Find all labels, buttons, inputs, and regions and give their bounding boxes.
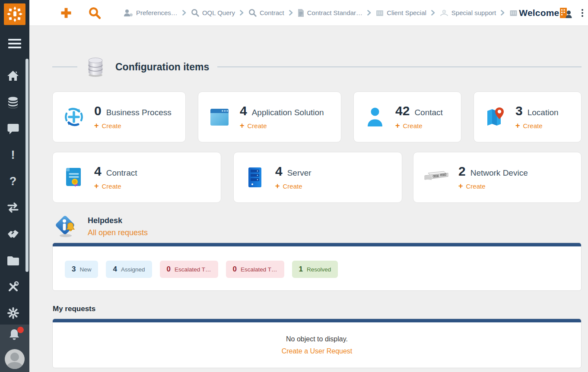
- more-options-button[interactable]: [580, 8, 585, 18]
- sidebar-item-alerts[interactable]: !: [0, 147, 26, 163]
- create-network-device-link[interactable]: +Create: [458, 182, 528, 190]
- card-count-link[interactable]: 4 Server: [275, 165, 311, 178]
- breadcrumb: Preferences… OQL Query Contract Contract…: [124, 8, 559, 18]
- create-location-link[interactable]: +Create: [515, 122, 559, 129]
- section-title: Configuration items: [115, 61, 209, 73]
- card-count: 2: [458, 165, 466, 178]
- card-count-link[interactable]: 2 Network Device: [458, 165, 528, 178]
- breadcrumb-label: OQL Query: [202, 9, 235, 16]
- page-title: Welcome: [519, 8, 559, 18]
- question-icon: ?: [10, 176, 17, 187]
- card-count-link[interactable]: 0 Business Process: [94, 104, 172, 117]
- card-location: 3 Location +Create: [474, 91, 582, 142]
- plus-icon: +: [395, 122, 400, 129]
- search-icon: [191, 9, 199, 17]
- badge-escalated-tto[interactable]: 0 Escalated T…: [160, 261, 218, 278]
- card-label: Network Device: [470, 168, 528, 178]
- decorative-line: [217, 66, 582, 67]
- user-avatar[interactable]: [5, 349, 25, 369]
- breadcrumb-item-preferences[interactable]: Preferences…: [124, 9, 178, 17]
- badge-count: 3: [72, 265, 76, 274]
- quick-create-button[interactable]: [60, 6, 73, 19]
- card-count: 4: [240, 104, 247, 117]
- exclamation-icon: !: [11, 149, 15, 161]
- organization-selector-button[interactable]: [559, 7, 572, 19]
- card-contract: 4 Contract +Create: [52, 152, 221, 203]
- card-count-link[interactable]: 4 Contract: [94, 165, 137, 178]
- breadcrumb-label: Contract: [260, 9, 284, 16]
- itop-logo-icon: [6, 6, 23, 22]
- sidebar-item-discussions[interactable]: [0, 121, 26, 136]
- card-count-link[interactable]: 4 Application Solution: [240, 104, 324, 117]
- create-label: Create: [102, 183, 121, 190]
- create-contact-link[interactable]: +Create: [395, 122, 443, 129]
- contact-icon: [366, 107, 384, 127]
- card-network-device: 2 Network Device +Create: [413, 152, 582, 203]
- breadcrumb-item-contract[interactable]: Contract: [248, 9, 284, 17]
- create-server-link[interactable]: +Create: [275, 182, 311, 190]
- itop-logo[interactable]: [4, 3, 25, 25]
- sidebar-item-settings[interactable]: [0, 305, 26, 321]
- my-requests-panel: No object to display. Create a User Requ…: [52, 318, 582, 368]
- create-application-solution-link[interactable]: +Create: [240, 122, 324, 129]
- breadcrumb-item-client-special[interactable]: Client Special: [376, 9, 426, 16]
- breadcrumb-label: Special support: [451, 9, 496, 16]
- avatar-head: [10, 353, 19, 361]
- panel-top-bar: [53, 243, 581, 246]
- sidebar-item-home[interactable]: [0, 68, 26, 84]
- sidebar-item-documents[interactable]: [0, 252, 26, 268]
- breadcrumb-label: Preferences…: [136, 9, 178, 16]
- sidebar-item-data[interactable]: [0, 95, 26, 110]
- create-business-process-link[interactable]: +Create: [94, 122, 172, 129]
- card-application-solution: 4 Application Solution +Create: [198, 91, 341, 142]
- card-contact: 42 Contact +Create: [353, 91, 461, 142]
- gear-icon: [7, 307, 19, 319]
- main-content: Configuration items 0 Business Process +…: [29, 26, 588, 372]
- decorative-line: [52, 66, 77, 67]
- card-label: Contract: [106, 168, 137, 178]
- card-count-link[interactable]: 42 Contact: [395, 104, 443, 117]
- notifications-button[interactable]: [7, 328, 23, 343]
- badge-escalated-ttr[interactable]: 0 Escalated T…: [226, 261, 284, 278]
- card-count-link[interactable]: 3 Location: [515, 104, 559, 117]
- badge-resolved[interactable]: 1 Resolved: [292, 261, 338, 278]
- panel-top-bar: [53, 319, 581, 322]
- sidebar-item-admin-tools[interactable]: [0, 279, 26, 294]
- breadcrumb-label: Client Special: [387, 9, 426, 16]
- breadcrumb-item-contract-standard[interactable]: Contract Standar…: [298, 9, 362, 17]
- sidebar-item-services[interactable]: [0, 226, 26, 242]
- card-business-process: 0 Business Process +Create: [52, 91, 186, 142]
- create-label: Create: [403, 122, 423, 129]
- database-silver-icon: [86, 57, 105, 77]
- plus-icon: [60, 6, 73, 19]
- sidebar-item-help[interactable]: ?: [0, 173, 26, 189]
- card-count: 4: [94, 165, 102, 178]
- plus-icon: +: [458, 182, 463, 190]
- sidebar-user-zone: [0, 325, 29, 372]
- header-right-actions: [559, 7, 585, 19]
- global-search-button[interactable]: [88, 6, 101, 19]
- badge-new[interactable]: 3 New: [65, 261, 98, 278]
- menu-toggle-button[interactable]: [8, 39, 21, 49]
- avatar-body: [7, 362, 22, 369]
- contract-icon: [64, 167, 83, 188]
- org-person-icon: [559, 7, 572, 19]
- sidebar-scrollbar[interactable]: [25, 59, 29, 272]
- badge-assigned[interactable]: 4 Assigned: [106, 261, 152, 278]
- badge-label: New: [79, 266, 91, 273]
- all-open-requests-link[interactable]: All open requests: [88, 228, 148, 237]
- breadcrumb-item-oql-query[interactable]: OQL Query: [191, 9, 235, 17]
- chevron-right-icon: [367, 10, 371, 16]
- helpdesk-status-badges: 3 New 4 Assigned 0 Escalated T… 0 Escala…: [65, 261, 581, 278]
- sidebar-item-transfers[interactable]: [0, 200, 26, 215]
- badge-count: 0: [167, 265, 171, 274]
- top-bar: Preferences… OQL Query Contract Contract…: [29, 0, 588, 26]
- card-label: Location: [528, 108, 559, 117]
- create-user-request-link[interactable]: Create a User Request: [53, 347, 581, 355]
- badge-count: 1: [299, 265, 303, 274]
- create-contract-link[interactable]: +Create: [94, 182, 137, 190]
- card-label: Contact: [414, 108, 442, 117]
- server-icon: [248, 167, 262, 188]
- breadcrumb-item-special-support[interactable]: Special support: [440, 9, 496, 17]
- transfer-arrows-icon: [7, 202, 19, 213]
